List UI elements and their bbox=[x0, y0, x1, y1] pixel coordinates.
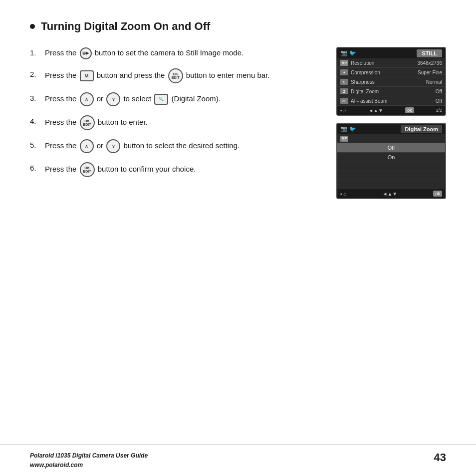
camera-face-icon: 🐦 bbox=[349, 50, 356, 56]
step-3: 3. Press the ∧ or ∨ to select 🔍 (Digital… bbox=[30, 92, 321, 106]
resolution-label: Resolution bbox=[351, 60, 418, 66]
screen2-footer-left: ▪ ⌂ bbox=[340, 191, 346, 197]
screen1-row-sharpness: S Sharpness Normal bbox=[337, 77, 445, 87]
screen2-title-text: Digital Zoom bbox=[401, 125, 442, 133]
screen1-footer: ▪ ⌂ ◄▲▼ ok 1/2 bbox=[337, 106, 445, 115]
sharpness-label: Sharpness bbox=[351, 79, 426, 85]
screen1-row-af-assist: AF AF- assist Beam Off bbox=[337, 96, 445, 106]
sharpness-value: Normal bbox=[426, 79, 442, 85]
step-1: 1. Press the ◎▶ button to set the camera… bbox=[30, 47, 321, 59]
ok-edit-button-icon: OKEDIT bbox=[168, 68, 183, 83]
camera2-face-icon: 🐦 bbox=[349, 126, 356, 132]
screen1-row-digital-zoom: Z Digital Zoom Off bbox=[337, 87, 445, 96]
camera-panels: 📷 🐦 STILL MP Resolution 3648x2736 + Comp… bbox=[336, 47, 446, 199]
footer-left-text: Polaroid i1035 Digital Camera User Guide… bbox=[30, 451, 148, 470]
screen2-option-on: On bbox=[337, 153, 445, 162]
resolution-value: 3648x2736 bbox=[418, 60, 443, 66]
step-1-text: Press the ◎▶ button to set the camera to… bbox=[45, 47, 243, 59]
step-6-num: 6. bbox=[30, 162, 45, 177]
screen2-icon-row-1: MP bbox=[337, 134, 445, 143]
digital-zoom-icon: Z bbox=[340, 88, 348, 94]
main-layout: 1. Press the ◎▶ button to set the camera… bbox=[30, 47, 446, 199]
af-assist-icon: AF bbox=[340, 98, 348, 104]
step-2-num: 2. bbox=[30, 68, 45, 83]
still-mode-button-icon: ◎▶ bbox=[80, 47, 92, 59]
screen1-title: STILL bbox=[417, 50, 442, 56]
screen2-header-icons: 📷 🐦 bbox=[340, 126, 356, 132]
step-4-text: Press the OKEDIT button to enter. bbox=[45, 115, 148, 130]
screen2-mp-icon: MP bbox=[340, 136, 348, 142]
compression-label: Compression bbox=[351, 70, 418, 75]
screen2-empty-row-1 bbox=[337, 162, 445, 171]
ok-confirm-button-icon: OKEDIT bbox=[80, 162, 95, 177]
screen1-header-icons: 📷 🐦 bbox=[340, 50, 356, 56]
down-button-2-icon: ∨ bbox=[106, 139, 120, 153]
title-text: Turning Digital Zoom On and Off bbox=[41, 20, 210, 33]
screen2-off-label: Off bbox=[340, 145, 442, 151]
af-assist-value: Off bbox=[436, 98, 442, 104]
digital-zoom-label: Digital Zoom bbox=[351, 89, 436, 94]
screen2-nav-icons: ◄▲▼ bbox=[383, 191, 398, 197]
screen1-footer-left: ▪ ⌂ bbox=[340, 108, 346, 113]
step-5-text: Press the ∧ or ∨ button to select the de… bbox=[45, 139, 239, 153]
ok-enter-button-icon: OKEDIT bbox=[80, 115, 95, 130]
instructions: 1. Press the ◎▶ button to set the camera… bbox=[30, 47, 321, 199]
step-5: 5. Press the ∧ or ∨ button to select the… bbox=[30, 139, 321, 153]
sharpness-icon: S bbox=[340, 79, 348, 85]
camera-screen-2: 📷 🐦 Digital Zoom MP Off On bbox=[336, 123, 446, 199]
screen1-row-resolution: MP Resolution 3648x2736 bbox=[337, 58, 445, 68]
camera-screen-1: 📷 🐦 STILL MP Resolution 3648x2736 + Comp… bbox=[336, 47, 446, 116]
footer-line1: Polaroid i1035 Digital Camera User Guide bbox=[30, 451, 148, 461]
digital-zoom-select-icon: 🔍 bbox=[154, 94, 168, 105]
bullet-icon bbox=[30, 24, 35, 29]
footer-line2: www.polaroid.com bbox=[30, 461, 148, 470]
step-2: 2. Press the M button and press the OKED… bbox=[30, 68, 321, 83]
page-footer: Polaroid i1035 Digital Camera User Guide… bbox=[0, 445, 476, 476]
screen2-footer: ▪ ⌂ ◄▲▼ ok bbox=[337, 189, 445, 198]
af-assist-label: AF- assist Beam bbox=[351, 98, 436, 104]
house-icon: ▪ ⌂ bbox=[340, 108, 346, 113]
screen1-nav-icons: ◄▲▼ bbox=[368, 108, 383, 113]
up-button-2-icon: ∧ bbox=[80, 139, 94, 153]
page-content: Turning Digital Zoom On and Off 1. Press… bbox=[0, 0, 476, 476]
step-1-num: 1. bbox=[30, 47, 45, 59]
screen2-on-label: On bbox=[340, 154, 442, 160]
compression-icon: + bbox=[340, 69, 348, 75]
screen2-title: Digital Zoom bbox=[401, 126, 442, 132]
screen1-row-compression: + Compression Super Fine bbox=[337, 68, 445, 77]
step-3-text: Press the ∧ or ∨ to select 🔍 (Digital Zo… bbox=[45, 92, 221, 106]
screen1-page: 1/2 bbox=[436, 108, 442, 113]
or-text: or bbox=[97, 94, 103, 103]
resolution-icon: MP bbox=[340, 60, 348, 66]
step-4-num: 4. bbox=[30, 115, 45, 130]
screen1-ok-button: ok bbox=[405, 107, 414, 113]
step-6-text: Press the OKEDIT button to confirm your … bbox=[45, 162, 196, 177]
screen2-house-icon: ▪ ⌂ bbox=[340, 191, 346, 197]
camera2-mode-icon: 📷 bbox=[340, 126, 347, 132]
screen2-empty-row-2 bbox=[337, 171, 445, 180]
camera-mode-icon: 📷 bbox=[340, 50, 347, 56]
screen2-header: 📷 🐦 Digital Zoom bbox=[337, 124, 445, 134]
step-5-num: 5. bbox=[30, 139, 45, 153]
step-3-num: 3. bbox=[30, 92, 45, 106]
footer-page-number: 43 bbox=[434, 451, 446, 464]
screen2-ok-button: ok bbox=[433, 191, 442, 197]
screen1-header: 📷 🐦 STILL bbox=[337, 48, 445, 58]
menu-button-icon: M bbox=[80, 70, 94, 81]
compression-value: Super Fine bbox=[418, 70, 442, 75]
step-6: 6. Press the OKEDIT button to confirm yo… bbox=[30, 162, 321, 177]
down-button-icon: ∨ bbox=[106, 92, 120, 106]
digital-zoom-value: Off bbox=[436, 89, 442, 94]
up-button-icon: ∧ bbox=[80, 92, 94, 106]
step-4: 4. Press the OKEDIT button to enter. bbox=[30, 115, 321, 130]
section-title: Turning Digital Zoom On and Off bbox=[30, 20, 446, 33]
screen2-option-off: Off bbox=[337, 143, 445, 153]
step-2-text: Press the M button and press the OKEDIT … bbox=[45, 68, 269, 83]
screen1-title-text: STILL bbox=[417, 49, 442, 57]
screen2-empty-row-3 bbox=[337, 180, 445, 189]
